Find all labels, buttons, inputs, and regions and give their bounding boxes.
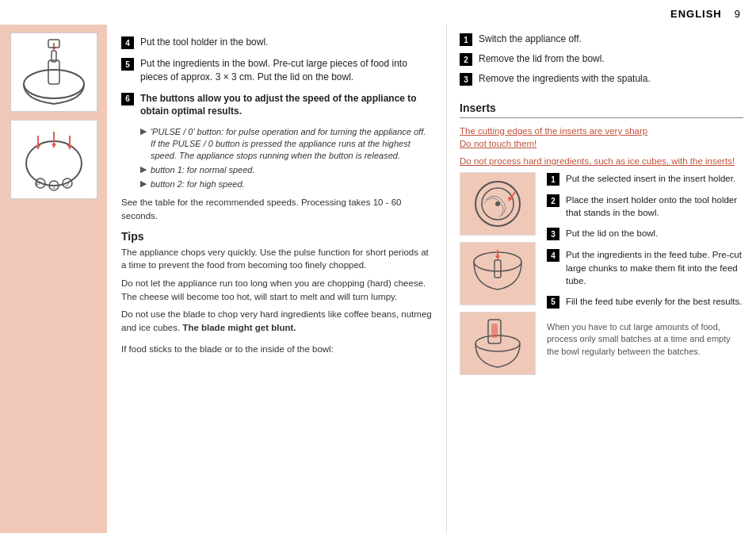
language-label: ENGLISH: [670, 8, 722, 20]
svg-rect-25: [494, 260, 501, 278]
header: ENGLISH 9: [0, 0, 756, 25]
right-steps-column: 1 Put the selected insert in the insert …: [547, 172, 743, 525]
right-step-2: 2 Remove the lid from the bowl.: [460, 52, 743, 66]
tips-paragraph-3: Do not use the blade to chop very hard i…: [121, 308, 432, 334]
bullet-3: ▶ button 2: for high speed.: [140, 178, 432, 190]
left-panel: P 1 2: [0, 25, 107, 533]
right-step-1: 1 Switch the appliance off.: [460, 33, 743, 46]
inserts-header: Inserts: [460, 97, 743, 118]
right-main: 1 Put the selected insert in the insert …: [460, 172, 743, 525]
right-step-1-text: Switch the appliance off.: [479, 33, 582, 46]
insert-step-3-num: 3: [547, 228, 559, 240]
insert-step-2-num: 2: [547, 194, 559, 207]
bullet-arrow-1: ▶: [140, 126, 147, 136]
svg-marker-27: [495, 255, 500, 260]
step-5-text: Put the ingredients in the bowl. Pre-cut…: [140, 57, 432, 84]
right-bottom-text: When you have to cut large amounts of fo…: [547, 321, 743, 358]
insert-step-4-text: Put the ingredients in the feed tube. Pr…: [566, 248, 743, 286]
step-6: 6 The buttons allow you to adjust the sp…: [121, 92, 432, 119]
right-step-3-num: 3: [460, 73, 472, 86]
svg-point-21: [495, 201, 500, 206]
bullet-3-text: button 2: for high speed.: [151, 178, 245, 190]
tool-holder-image: [10, 33, 97, 112]
insert-step-1: 1 Put the selected insert in the insert …: [547, 172, 743, 186]
svg-marker-12: [67, 145, 72, 150]
insert-image-3: [460, 312, 536, 375]
tips-section: Tips The appliance chops very quickly. U…: [121, 230, 432, 335]
tips-paragraph-1: The appliance chops very quickly. Use th…: [121, 246, 432, 272]
page: ENGLISH 9: [0, 0, 756, 533]
svg-rect-30: [491, 324, 498, 338]
svg-text:1: 1: [52, 183, 55, 190]
svg-marker-8: [36, 145, 40, 150]
bottom-text: If food sticks to the blade or to the in…: [121, 343, 432, 355]
right-step-1-num: 1: [460, 33, 472, 46]
step-4: 4 Put the tool holder in the bowl.: [121, 36, 432, 49]
step-4-text: Put the tool holder in the bowl.: [140, 36, 268, 49]
insert-step-2: 2 Place the insert holder onto the tool …: [547, 194, 743, 219]
insert-step-4-num: 4: [547, 249, 559, 262]
bullet-arrow-2: ▶: [140, 164, 147, 174]
right-panel: 1 Switch the appliance off. 2 Remove the…: [447, 25, 756, 533]
svg-text:2: 2: [65, 181, 69, 188]
bullet-2: ▶ button 1: for normal speed.: [140, 164, 432, 176]
insert-step-3: 3 Put the lid on the bowl.: [547, 227, 743, 240]
right-top-steps: 1 Switch the appliance off. 2 Remove the…: [460, 33, 743, 92]
right-step-2-num: 2: [460, 53, 472, 66]
page-number: 9: [735, 8, 740, 20]
tips-paragraph-2: Do not let the appliance run too long wh…: [121, 277, 432, 303]
bullet-1: ▶ 'PULSE / 0' button: for pulse operatio…: [140, 126, 432, 162]
warning-1: The cutting edges of the inserts are ver…: [460, 125, 743, 150]
tips-title: Tips: [121, 230, 432, 243]
insert-step-3-text: Put the lid on the bowl.: [566, 227, 658, 240]
step-6-num: 6: [121, 93, 134, 105]
insert-step-5-num: 5: [547, 296, 559, 309]
step-5: 5 Put the ingredients in the bowl. Pre-c…: [121, 57, 432, 84]
bullet-2-text: button 1: for normal speed.: [151, 164, 254, 176]
insert-step-1-num: 1: [547, 173, 559, 186]
insert-image-1: [460, 172, 536, 236]
bullet-1-text: 'PULSE / 0' button: for pulse operation …: [151, 126, 432, 162]
insert-step-1-text: Put the selected insert in the insert ho…: [566, 172, 735, 185]
insert-step-4: 4 Put the ingredients in the feed tube. …: [547, 248, 743, 286]
main-content: P 1 2 4 Put the tool holder in the bowl.…: [0, 25, 756, 533]
right-step-3: 3 Remove the ingredients with the spatul…: [460, 72, 743, 86]
insert-step-2-text: Place the insert holder onto the tool ho…: [566, 194, 743, 219]
right-step-2-text: Remove the lid from the bowl.: [479, 52, 605, 66]
insert-step-5: 5 Fill the feed tube evenly for the best…: [547, 295, 743, 309]
step-5-num: 5: [121, 58, 134, 71]
right-step-3-text: Remove the ingredients with the spatula.: [479, 72, 651, 86]
warning-2: Do not process hard ingredients, such as…: [460, 155, 743, 167]
svg-text:P: P: [36, 181, 40, 188]
svg-rect-1: [48, 60, 59, 84]
bullet-arrow-3: ▶: [140, 178, 147, 189]
step-4-num: 4: [121, 36, 134, 49]
buttons-image: P 1 2: [10, 120, 97, 199]
middle-panel: 4 Put the tool holder in the bowl. 5 Put…: [107, 25, 447, 533]
right-images-column: [460, 172, 539, 525]
svg-marker-10: [52, 144, 56, 148]
insert-step-5-text: Fill the feed tube evenly for the best r…: [566, 295, 742, 308]
speed-note: See the table for the recommended speeds…: [121, 196, 432, 221]
step-6-text: The buttons allow you to adjust the spee…: [140, 92, 432, 119]
insert-image-2: [460, 242, 536, 305]
